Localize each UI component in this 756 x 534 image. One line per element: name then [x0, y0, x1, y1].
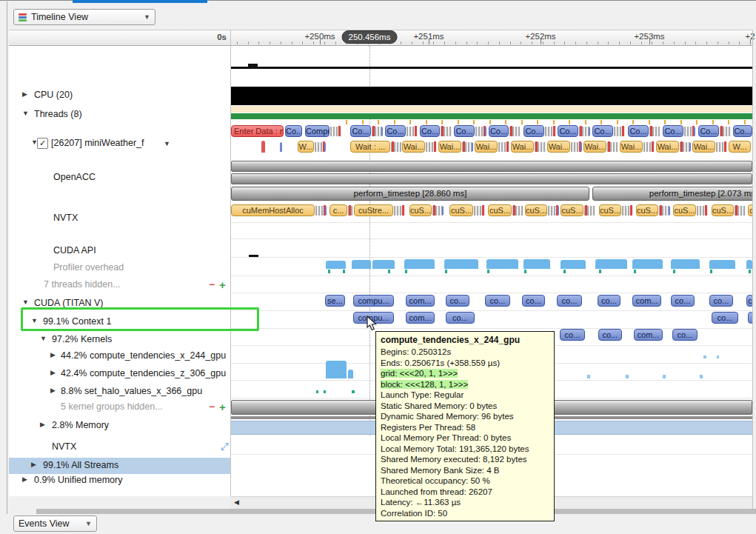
tree-item-nvtx[interactable]: NVTX [9, 210, 230, 227]
kernel-x244-block[interactable]: co... [446, 312, 475, 324]
openacc-compute-block[interactable]: Co... [558, 125, 578, 137]
openacc-compute-block[interactable]: Co... [698, 125, 719, 137]
openacc-compute-block[interactable]: Co... [592, 125, 613, 137]
cuda-api-call-block[interactable]: cuS... [488, 204, 512, 216]
kernel-summary-block[interactable]: co... [557, 295, 582, 307]
kernel-z306-block[interactable]: com... [634, 329, 663, 341]
kernel-z306-block[interactable]: co... [560, 329, 585, 341]
tree-item-44-2-compute-tendencies-x-244-gpu[interactable]: ▶44.2% compute_tendencies_x_244_gpu [9, 348, 230, 364]
tree-item-0-9-unified-memory[interactable]: ▶0.9% Unified memory [9, 473, 230, 489]
cuda-api-call-block[interactable]: cuS... [599, 204, 621, 216]
openacc-compute-block[interactable]: Co... [385, 125, 406, 137]
remove-filter-icon[interactable]: − [209, 278, 215, 290]
tree-collapse-caret-icon[interactable]: ▶ [50, 387, 56, 394]
kernel-summary-block[interactable]: com... [406, 295, 435, 307]
openacc-wait-block[interactable]: Wai... [547, 141, 570, 153]
tree-item-cpu-20[interactable]: ▶CPU (20) [9, 87, 230, 104]
openacc-wait-block[interactable]: Wai... [511, 141, 534, 153]
openacc-compute-block[interactable]: Co... [733, 125, 752, 137]
openacc-wait-block[interactable]: Wai... [656, 141, 679, 153]
openacc-compute-block[interactable]: Co... [628, 125, 649, 137]
tree-item-7-threads-hidden[interactable]: 7 threads hidden...−+ [9, 277, 230, 293]
tree-item-threads-8[interactable]: ▼Threads (8) [9, 107, 230, 123]
openacc-wait-block[interactable]: Wai... [438, 141, 461, 153]
cuda-api-call-block[interactable]: cuMemHostAlloc [231, 204, 315, 216]
openacc-wait-block[interactable]: Wai... [620, 141, 643, 153]
nvtx-perform-timestep-range[interactable]: perform_timestep [2.073 ms] [592, 187, 752, 201]
add-filter-icon[interactable]: + [219, 401, 226, 413]
nvtx-perform-timestep-range[interactable]: perform_timestep [28.860 ms] [231, 187, 589, 201]
thread-checkbox[interactable]: ✓ [37, 138, 48, 149]
kernel-summary-block[interactable]: com... [632, 295, 661, 307]
nvtx-range-bar[interactable] [231, 161, 752, 172]
tree-item-26207-miniweather-f[interactable]: ▼✓[26207] miniWeather_f▼ [9, 136, 230, 152]
tree-collapse-caret-icon[interactable]: ▶ [50, 369, 56, 376]
tree-expand-caret-icon[interactable]: ▼ [22, 110, 29, 117]
cuda-api-call-block[interactable]: cuS... [636, 204, 658, 216]
openacc-compute-block[interactable]: Co... [420, 125, 440, 137]
openacc-wait-block[interactable]: Wait : ... [350, 141, 390, 153]
tree-item-nvtx[interactable]: NVTX⤢ [9, 439, 230, 455]
tree-item-profiler-overhead[interactable]: Profiler overhead [9, 260, 230, 276]
cuda-api-call-block[interactable]: cuS... [712, 204, 734, 216]
kernel-summary-block[interactable]: co... [671, 295, 695, 307]
timeline-view-dropdown[interactable]: Timeline View ▼ [13, 9, 155, 25]
kernel-z306-block[interactable]: co... [672, 329, 698, 341]
cuda-api-call-block[interactable]: c [748, 204, 752, 216]
nvtx-range-bar[interactable] [231, 173, 752, 184]
cuda-api-call-block[interactable]: cuStre... [354, 204, 393, 216]
kernel-summary-block[interactable]: co... [598, 295, 620, 307]
cuda-api-call-block[interactable]: cuS... [561, 204, 583, 216]
openacc-compute-block[interactable]: Co... [523, 125, 544, 137]
kernel-z306-block[interactable]: co... [598, 329, 622, 341]
kernel-x244-block[interactable]: com... [406, 312, 435, 324]
kernel-summary-block[interactable]: se... [325, 295, 345, 307]
tree-collapse-caret-icon[interactable]: ▶ [40, 421, 45, 428]
tree-item-2-8-memory[interactable]: ▶2.8% Memory [9, 418, 230, 434]
openacc-compute-block[interactable]: Co... [454, 125, 475, 137]
kernel-summary-block[interactable]: co... [446, 295, 469, 307]
tree-item-5-kernel-groups-hidden[interactable]: 5 kernel groups hidden...−+ [9, 399, 230, 415]
openacc-compute-block[interactable]: Co... [489, 125, 509, 137]
scroll-left-arrow-icon[interactable]: ◀ [234, 498, 239, 506]
events-view-dropdown[interactable]: Events View ▼ [13, 515, 97, 532]
tree-collapse-caret-icon[interactable]: ▶ [50, 351, 56, 358]
cuda-api-call-block[interactable]: c... [330, 204, 347, 216]
kernel-x244-block[interactable]: co... [712, 312, 738, 324]
cuda-api-call-block[interactable]: cuS... [525, 204, 547, 216]
tree-expand-caret-icon[interactable]: ▼ [22, 298, 29, 306]
cuda-api-call-block[interactable]: cuS... [449, 204, 473, 216]
kernel-summary-block[interactable]: co... [522, 295, 545, 307]
openacc-wait-block[interactable]: Wai... [692, 141, 715, 153]
kernel-x244-block[interactable] [748, 312, 752, 324]
openacc-compute-block[interactable]: Co... [350, 125, 371, 137]
openacc-compute-block[interactable]: Compu... [305, 125, 330, 137]
tree-collapse-caret-icon[interactable]: ▶ [31, 461, 36, 468]
tree-expand-caret-icon[interactable]: ▼ [40, 335, 47, 342]
tree-item-cuda-api[interactable]: CUDA API [9, 243, 230, 259]
cuda-api-call-block[interactable]: cuS... [673, 204, 696, 216]
kernel-summary-block[interactable]: c [746, 295, 752, 307]
tree-item-42-4-compute-tendencies-z-306-gpu[interactable]: ▶42.4% compute_tendencies_z_306_gpu [9, 366, 230, 382]
tree-collapse-caret-icon[interactable]: ▶ [22, 475, 27, 483]
openacc-compute-block[interactable]: Co... [663, 125, 683, 137]
openacc-wait-block[interactable]: Wai... [583, 141, 606, 153]
add-filter-icon[interactable]: + [219, 278, 226, 291]
thread-menu-caret-icon[interactable]: ▼ [164, 140, 170, 147]
cuda-api-call-block[interactable]: cuS... [409, 204, 432, 216]
tree-item-97-2-kernels[interactable]: ▼97.2% Kernels [9, 332, 230, 348]
tree-collapse-caret-icon[interactable]: ▶ [22, 90, 27, 98]
expand-row-icon[interactable]: ⤢ [221, 441, 228, 453]
openacc-wait-block[interactable]: W... [729, 141, 751, 153]
openacc-wait-block[interactable]: Wai... [475, 141, 498, 153]
openacc-compute-block[interactable]: Co... [285, 125, 302, 137]
kernel-summary-block[interactable]: co... [709, 295, 733, 307]
tree-item-8-8-set-halo-values-x-366-gpu[interactable]: ▶8.8% set_halo_values_x_366_gpu [9, 384, 230, 400]
openacc-wait-block[interactable]: Wai... [402, 141, 425, 153]
kernel-summary-block[interactable]: co... [485, 295, 510, 307]
kernel-summary-block[interactable]: compu... [353, 295, 394, 307]
remove-filter-icon[interactable]: − [209, 401, 215, 413]
openacc-wait-block[interactable]: W... [298, 141, 314, 153]
openacc-compute-block[interactable]: Enter Data : miniW... [231, 125, 284, 137]
tree-item-openacc[interactable]: OpenACC [9, 170, 230, 186]
